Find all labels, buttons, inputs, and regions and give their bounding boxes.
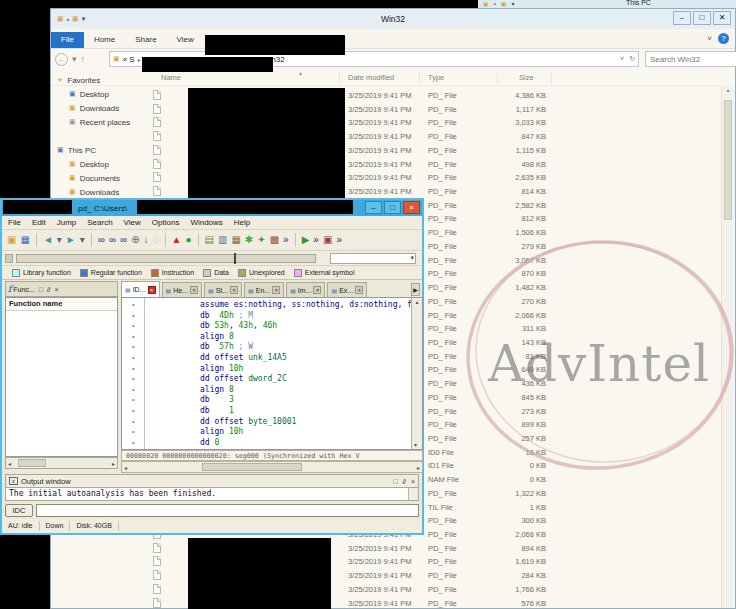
search-box[interactable] — [645, 51, 736, 67]
find-binary-icon[interactable]: ∞ — [98, 234, 105, 246]
sidebar-item-desktop[interactable]: ▣Desktop — [57, 157, 149, 171]
sort-indicator-icon[interactable]: ▴ — [299, 69, 302, 76]
output-dock-icon[interactable]: ∂ — [402, 478, 405, 485]
view-tab-he-[interactable]: ▤He...× — [162, 282, 202, 297]
nav-history-dropdown-icon[interactable]: ▾ — [72, 54, 77, 64]
explorer-titlebar[interactable]: Win32 ▣ ▪ ▣ ▾ – □ ✕ — [51, 9, 735, 29]
sidebar-item-downloads[interactable]: ▣Downloads — [57, 185, 149, 199]
view-tab-close-icon[interactable]: × — [190, 286, 198, 294]
view-tab-en-[interactable]: ▤En...× — [244, 282, 284, 297]
debugger-run-icon[interactable]: ▶ — [302, 234, 310, 246]
ribbon-tab-file[interactable]: File — [51, 32, 84, 48]
idc-input[interactable] — [36, 504, 419, 517]
disassembly-hscrollbar[interactable]: ◂ ▸ — [121, 461, 423, 473]
names-window-icon[interactable]: ▤ — [205, 234, 214, 246]
column-header-size[interactable]: Size — [519, 73, 534, 82]
menu-windows[interactable]: Windows — [190, 218, 222, 227]
column-header-date[interactable]: Date modified — [348, 73, 394, 82]
functions-hscrollbar[interactable]: ◂ ▸ — [5, 457, 118, 469]
xrefs-icon[interactable]: ✱ — [245, 234, 253, 246]
idc-button[interactable]: IDC — [5, 504, 33, 517]
nav-back-icon[interactable]: ◄ — [43, 234, 53, 246]
qat-dropdown-icon[interactable]: ▾ — [511, 0, 514, 8]
segments-window-icon[interactable]: ▥ — [218, 234, 227, 246]
structures-icon[interactable]: ▦ — [231, 234, 240, 246]
sidebar-item-recent-places[interactable]: ▣Recent places — [57, 115, 149, 129]
view-tab-st-[interactable]: ▤St...× — [204, 282, 242, 297]
open-file-icon[interactable]: ▣ — [7, 234, 16, 246]
menu-file[interactable]: File — [8, 218, 21, 227]
panel-float-icon[interactable]: □ — [39, 286, 43, 293]
ida-maximize-button[interactable]: □ — [384, 201, 401, 214]
toolbar-overflow-icon[interactable]: » — [283, 234, 289, 246]
scroll-up-icon[interactable]: ▴ — [412, 298, 422, 305]
scroll-right-icon[interactable]: ▸ — [112, 460, 115, 467]
column-header-type[interactable]: Type — [428, 73, 444, 82]
panel-close-icon[interactable]: × — [54, 286, 58, 293]
scroll-up-icon[interactable]: ▴ — [722, 86, 734, 93]
plugins-icon[interactable]: ✦ — [257, 234, 265, 246]
qat-folder2-icon[interactable]: ▣ — [501, 0, 507, 8]
qat-app-icon[interactable]: ▪ — [494, 0, 496, 8]
address-dropdown-icon[interactable]: ˅ — [620, 55, 624, 63]
file-list-scrollbar[interactable]: ▴ — [721, 86, 734, 608]
view-tab-ex-[interactable]: ▤Ex...× — [327, 282, 367, 297]
analysis-status-icon[interactable]: ● — [185, 234, 191, 246]
functions-panel-tab[interactable]: f Func... □ ∂ × — [5, 281, 118, 297]
functions-panel[interactable]: Function name — [5, 297, 118, 457]
scroll-left-icon[interactable]: ◂ — [8, 460, 11, 467]
menu-options[interactable]: Options — [152, 218, 180, 227]
misc-overflow-icon[interactable]: » — [336, 234, 342, 246]
functions-column-header[interactable]: Function name — [6, 298, 117, 311]
debugger-overflow-icon[interactable]: » — [313, 234, 319, 246]
ida-close-button[interactable]: × — [403, 201, 420, 214]
scroll-thumb[interactable] — [18, 459, 46, 467]
view-tab-close-icon[interactable]: × — [355, 286, 363, 294]
scroll-left-icon[interactable]: ◂ — [124, 464, 127, 471]
sidebar-item-desktop[interactable]: ▣Desktop — [57, 87, 149, 101]
output-window-body[interactable]: The initial autoanalysis has been finish… — [5, 488, 419, 501]
view-tab-close-icon[interactable]: × — [148, 286, 156, 294]
menu-help[interactable]: Help — [234, 218, 250, 227]
menu-jump[interactable]: Jump — [57, 218, 77, 227]
nav-forward-dropdown-icon[interactable]: ▾ — [80, 234, 85, 246]
navband-track[interactable] — [16, 254, 316, 263]
menu-search[interactable]: Search — [87, 218, 112, 227]
disassembly-vscrollbar[interactable]: ▴ ▾ — [411, 298, 422, 449]
output-scrollbar[interactable] — [408, 488, 418, 500]
find-bytes-icon[interactable]: ∞ — [109, 234, 116, 246]
ida-minimize-button[interactable]: – — [365, 201, 382, 214]
about-icon[interactable]: ▣ — [323, 234, 332, 246]
sidebar-item-downloads[interactable]: ▣Downloads — [57, 101, 149, 115]
navband-combo[interactable] — [330, 253, 416, 264]
scroll-thumb[interactable] — [724, 100, 732, 220]
ribbon-tab-share[interactable]: Share — [125, 32, 166, 48]
sidebar-item-documents[interactable]: ▣Documents — [57, 171, 149, 185]
nav-back-dropdown-icon[interactable]: ▾ — [57, 234, 62, 246]
column-header-name[interactable]: Name — [161, 73, 181, 82]
maximize-button[interactable]: □ — [693, 11, 711, 25]
ribbon-tab-home[interactable]: Home — [84, 32, 125, 48]
output-window-header[interactable]: ≡ Output window □ ∂ × — [5, 474, 419, 488]
panel-dock-icon[interactable]: ∂ — [47, 286, 50, 293]
view-tab-close-icon[interactable]: × — [313, 286, 321, 294]
minimize-button[interactable]: – — [673, 11, 691, 25]
search-again-icon[interactable]: ⊕ — [131, 234, 139, 246]
scroll-thumb[interactable] — [202, 463, 302, 471]
nav-forward-icon[interactable]: ► — [66, 234, 76, 246]
nav-back-button[interactable]: ← — [55, 53, 68, 66]
menu-edit[interactable]: Edit — [32, 218, 46, 227]
snapshot-icon[interactable]: ▩ — [270, 234, 279, 246]
nav-up-button[interactable]: ↑ — [81, 54, 86, 64]
ribbon-collapse-icon[interactable]: ˅ — [707, 34, 712, 43]
output-float-icon[interactable]: □ — [393, 478, 397, 485]
jump-address-icon[interactable]: ↓ — [144, 234, 149, 246]
view-tab-id-[interactable]: ▤ID...× — [121, 281, 160, 297]
jump-list-icon[interactable]: ◌ — [153, 234, 159, 246]
view-tab-close-icon[interactable]: × — [272, 286, 280, 294]
view-tab-im-[interactable]: ▤Im...× — [286, 282, 325, 297]
help-icon[interactable]: ? — [718, 33, 729, 44]
save-icon[interactable]: ▦ — [20, 234, 29, 246]
menu-view[interactable]: View — [124, 218, 141, 227]
sidebar-section-favorites[interactable]: ★Favorites — [57, 73, 149, 87]
